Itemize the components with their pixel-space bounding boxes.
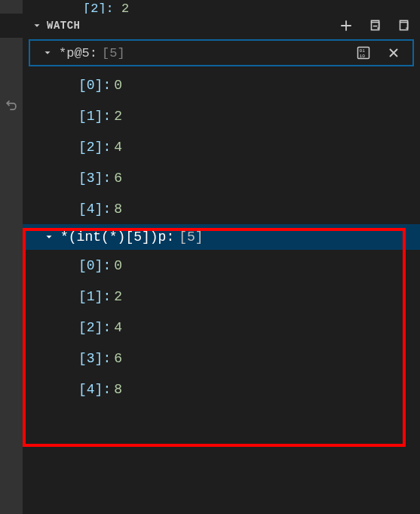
element-value: 8 — [114, 202, 122, 217]
array-element[interactable]: [2]: 4 — [0, 312, 420, 343]
array-element[interactable]: [1]: 2 — [0, 100, 420, 131]
watch-section-header[interactable]: WATCH — [0, 14, 420, 38]
watch-expression-1[interactable]: *p@5: [5] 01 10 — [29, 39, 414, 66]
remove-expression-icon[interactable] — [385, 45, 402, 61]
fragment-value: 2 — [121, 2, 129, 14]
watch-body: *p@5: [5] 01 10 [0]: 0 [1]: 2 [2]: 4 [3]… — [0, 38, 420, 405]
element-value: 2 — [114, 109, 122, 124]
element-value: 4 — [114, 140, 122, 155]
array-element[interactable]: [4]: 8 — [0, 374, 420, 405]
gutter-icon — [3, 98, 20, 115]
element-index: [0]: — [78, 78, 111, 93]
array-element[interactable]: [0]: 0 — [0, 69, 420, 100]
remove-all-icon[interactable] — [396, 18, 411, 33]
element-index: [2]: — [78, 140, 111, 155]
element-value: 2 — [114, 289, 122, 304]
previous-item-fragment: [2]: 2 — [0, 0, 420, 14]
chevron-down-icon — [42, 48, 53, 58]
element-value: 6 — [114, 171, 122, 186]
element-value: 8 — [114, 382, 122, 397]
array-element[interactable]: [0]: 0 — [0, 250, 420, 281]
array-element[interactable]: [1]: 2 — [0, 281, 420, 312]
expression-summary: [5] — [179, 229, 203, 245]
view-binary-icon[interactable]: 01 10 — [355, 45, 372, 61]
expression-name: *p@5: — [59, 46, 97, 60]
array-element[interactable]: [4]: 8 — [0, 193, 420, 224]
element-index: [2]: — [78, 320, 111, 335]
element-value: 0 — [114, 78, 122, 93]
array-element[interactable]: [2]: 4 — [0, 131, 420, 162]
chevron-down-icon — [44, 232, 54, 242]
fragment-index: [2]: — [83, 2, 114, 14]
watch-expression-2[interactable]: *(int(*)[5])p: [5] — [0, 224, 420, 250]
element-index: [4]: — [78, 202, 111, 217]
array-element[interactable]: [3]: 6 — [0, 343, 420, 374]
collapse-all-icon[interactable] — [367, 18, 382, 33]
element-value: 6 — [114, 351, 122, 366]
element-index: [3]: — [78, 351, 111, 366]
array-element[interactable]: [3]: 6 — [0, 162, 420, 193]
element-value: 4 — [114, 320, 122, 335]
expression-name: *(int(*)[5])p: — [60, 229, 174, 245]
chevron-down-icon — [32, 20, 42, 31]
section-title: WATCH — [47, 20, 81, 32]
element-index: [4]: — [78, 382, 111, 397]
expression-summary: [5] — [102, 46, 125, 60]
element-index: [3]: — [78, 171, 111, 186]
add-expression-icon[interactable] — [339, 18, 354, 33]
element-index: [1]: — [78, 109, 111, 124]
svg-text:10: 10 — [359, 54, 365, 59]
element-index: [0]: — [78, 258, 111, 273]
activity-bar — [0, 0, 23, 514]
element-value: 0 — [114, 258, 122, 273]
element-index: [1]: — [78, 289, 111, 304]
